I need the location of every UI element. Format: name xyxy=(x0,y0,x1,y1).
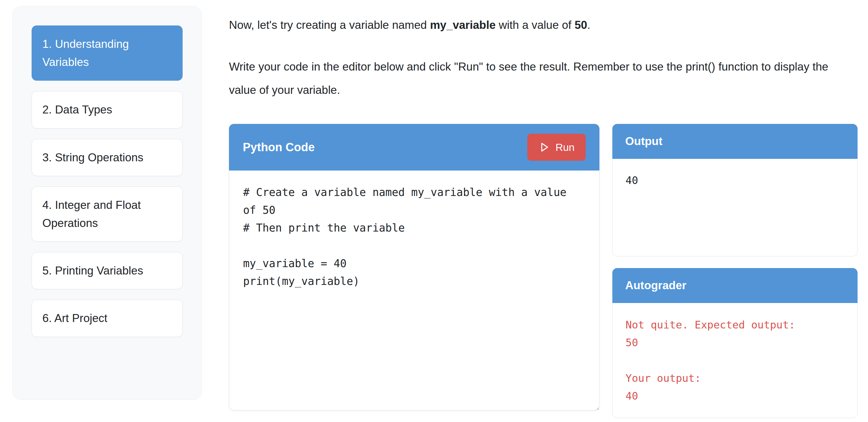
python-code-title: Python Code xyxy=(243,141,315,154)
autograder-panel: Autograder Not quite. Expected output: 5… xyxy=(612,268,858,418)
sidebar-item-integer-float-operations[interactable]: 4. Integer and Float Operations xyxy=(32,187,183,242)
autograder-message: Not quite. Expected output: 50 Your outp… xyxy=(612,303,858,418)
sidebar-item-data-types[interactable]: 2. Data Types xyxy=(32,91,183,128)
lesson-content: Now, let's try creating a variable named… xyxy=(229,6,858,418)
app-root: 1. Understanding Variables 2. Data Types… xyxy=(0,0,868,422)
intro-target-value: 50 xyxy=(575,19,587,31)
results-column: Output 40 Autograder Not quite. Expected… xyxy=(612,124,858,418)
python-code-body: # Create a variable named my_variable wi… xyxy=(229,170,599,410)
play-icon xyxy=(538,141,550,153)
lesson-sidebar: 1. Understanding Variables 2. Data Types… xyxy=(12,6,202,400)
output-panel: Output 40 xyxy=(612,124,858,256)
python-code-panel: Python Code Run # Create a variable name… xyxy=(229,124,599,410)
intro-text-part3: . xyxy=(587,19,590,31)
workspace: Python Code Run # Create a variable name… xyxy=(229,124,858,418)
autograder-header: Autograder xyxy=(612,268,858,303)
sidebar-item-string-operations[interactable]: 3. String Operations xyxy=(32,139,183,176)
intro-text-part2: with a value of xyxy=(496,19,575,31)
sidebar-item-understanding-variables[interactable]: 1. Understanding Variables xyxy=(32,26,183,80)
instructions-text: Write your code in the editor below and … xyxy=(229,55,858,102)
code-editor-textarea[interactable]: # Create a variable named my_variable wi… xyxy=(229,170,599,410)
run-button[interactable]: Run xyxy=(527,134,586,161)
python-code-header: Python Code Run xyxy=(229,124,599,170)
intro-text-part1: Now, let's try creating a variable named xyxy=(229,19,430,31)
output-content: 40 xyxy=(612,159,858,256)
intro-variable-name: my_variable xyxy=(430,19,496,31)
run-button-label: Run xyxy=(556,141,575,153)
autograder-title: Autograder xyxy=(625,279,686,292)
sidebar-item-printing-variables[interactable]: 5. Printing Variables xyxy=(32,252,183,289)
output-title: Output xyxy=(625,135,662,148)
output-header: Output xyxy=(612,124,858,159)
sidebar-item-art-project[interactable]: 6. Art Project xyxy=(32,300,183,337)
intro-text: Now, let's try creating a variable named… xyxy=(229,13,858,37)
